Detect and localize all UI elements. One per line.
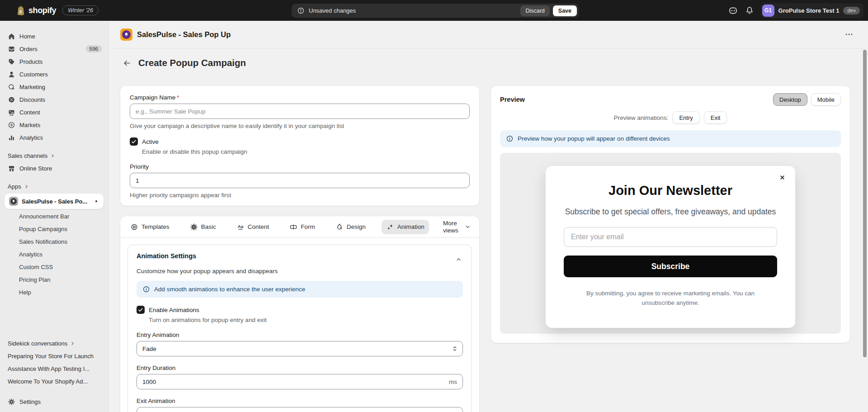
notifications-button[interactable] <box>742 3 757 18</box>
sidebar-item-label: Content <box>19 109 40 116</box>
tab-design[interactable]: Design <box>331 220 370 234</box>
sidebar-item-label: Discounts <box>19 96 45 103</box>
sidebar-item-salespulse-app[interactable]: SalesPulse - Sales Po... <box>5 194 104 209</box>
preview-exit-button[interactable]: Exit <box>704 111 727 124</box>
sidebar-item-label: Markets <box>19 122 40 128</box>
sidebar-item-label: Analytics <box>19 134 43 141</box>
sidebar: Home Orders 596 Products Customers Marke… <box>0 21 108 412</box>
popup-close-button[interactable] <box>777 172 788 183</box>
active-checkbox[interactable] <box>130 137 138 146</box>
conversation-item[interactable]: Welcome To Your Shopify Ad... <box>0 375 108 388</box>
back-button[interactable] <box>120 56 134 70</box>
discard-button[interactable]: Discard <box>520 5 549 16</box>
preview-entry-button[interactable]: Entry <box>672 111 699 124</box>
exit-animation-select[interactable] <box>137 407 463 412</box>
campaign-editor-card: Templates Basic Content Form Design Anim… <box>120 216 479 412</box>
campaign-name-help: Give your campaign a descriptive name to… <box>130 123 470 129</box>
sidebar-item-custom-css[interactable]: Custom CSS <box>0 260 108 273</box>
chevron-right-icon <box>24 184 29 189</box>
priority-input[interactable] <box>130 173 470 188</box>
priority-help: Higher priority campaigns appear first <box>130 192 470 199</box>
sidebar-item-home[interactable]: Home <box>0 30 108 43</box>
sidebar-item-discounts[interactable]: Discounts <box>0 93 108 106</box>
settings-label: Settings <box>19 398 41 405</box>
ellipsis-icon <box>844 30 854 39</box>
app-header: SalesPulse - Sales Pop Up <box>108 21 868 48</box>
sidekick-button[interactable] <box>726 3 741 18</box>
droplet-icon <box>335 223 344 231</box>
entry-animation-label: Entry Animation <box>137 331 463 338</box>
sidebar-item-pricing-plan[interactable]: Pricing Plan <box>0 273 108 286</box>
popup-subscribe-button[interactable]: Subscribe <box>564 256 777 277</box>
desktop-toggle-button[interactable]: Desktop <box>773 93 807 106</box>
enable-animations-help: Turn on animations for popup entry and e… <box>149 317 463 323</box>
enable-animations-label: Enable Animations <box>149 307 199 313</box>
popup-disclaimer: By submitting, you agree to receive mark… <box>576 289 764 308</box>
conversation-item[interactable]: Assistance With App Testing I... <box>0 362 108 375</box>
tab-templates[interactable]: Templates <box>126 220 174 234</box>
sales-channels-label: Sales channels <box>8 152 47 159</box>
sidebar-item-sales-notifications[interactable]: Sales Notifications <box>0 235 108 248</box>
animation-settings-header: Animation Settings <box>137 252 463 264</box>
sidebar-item-label: Online Store <box>19 165 52 172</box>
sidebar-item-announcement-bar[interactable]: Announcement Bar <box>0 210 108 223</box>
select-chevrons-icon <box>451 345 458 352</box>
entry-animation-select[interactable]: Fade <box>137 341 463 356</box>
banner-text: Add smooth animations to enhance the use… <box>154 286 305 293</box>
mobile-toggle-button[interactable]: Mobile <box>811 93 841 106</box>
sidebar-item-label: Customers <box>19 71 48 78</box>
close-icon <box>779 174 786 181</box>
preview-title: Preview <box>500 96 525 103</box>
enable-animations-row[interactable]: Enable Animations <box>137 306 463 314</box>
orders-count-badge: 596 <box>86 45 102 52</box>
sales-channels-header[interactable]: Sales channels <box>0 149 108 162</box>
tab-form[interactable]: Form <box>285 220 320 234</box>
storefront-icon <box>8 165 15 172</box>
sidebar-item-help[interactable]: Help <box>0 286 108 298</box>
active-checkbox-row[interactable]: Active <box>130 137 470 146</box>
bell-icon <box>745 6 754 15</box>
check-icon <box>137 307 144 313</box>
sidebar-item-online-store[interactable]: Online Store <box>0 162 108 175</box>
sidebar-item-analytics[interactable]: Analytics <box>0 131 108 144</box>
conversation-item[interactable]: Preparing Your Store For Launch <box>0 350 108 362</box>
tab-more-views[interactable]: More views <box>440 219 474 234</box>
scrollbar[interactable] <box>863 50 867 357</box>
account-menu[interactable]: G1 GroPulse Store Test 1 dev <box>761 3 863 18</box>
sidekick-icon <box>728 6 738 15</box>
sidebar-item-app-analytics[interactable]: Analytics <box>0 248 108 260</box>
animation-settings-subtitle: Customize how your popup appears and dis… <box>137 268 463 275</box>
shopify-logo[interactable]: shopify <box>15 5 56 16</box>
tab-animation[interactable]: Animation <box>382 220 429 234</box>
sidebar-item-markets[interactable]: Markets <box>0 118 108 131</box>
sidebar-item-popup-campaigns[interactable]: Popup Campaigns <box>0 223 108 235</box>
sidebar-item-products[interactable]: Products <box>0 55 108 68</box>
tab-basic[interactable]: Basic <box>185 220 221 234</box>
chevron-right-icon <box>70 341 75 346</box>
active-label: Active <box>142 138 159 145</box>
sidekick-conversations-header[interactable]: Sidekick conversations <box>0 337 108 350</box>
popup-email-input[interactable] <box>564 227 777 247</box>
campaign-name-input[interactable] <box>130 104 470 119</box>
sidebar-item-settings[interactable]: Settings <box>0 394 108 409</box>
save-button[interactable]: Save <box>553 5 577 16</box>
salespulse-app-label: SalesPulse - Sales Po... <box>22 198 87 205</box>
device-toggle: Desktop Mobile <box>773 93 841 106</box>
app-more-actions-button[interactable] <box>842 29 856 39</box>
target-icon <box>130 223 138 231</box>
tab-content[interactable]: Content <box>232 220 274 234</box>
topbar-right: G1 GroPulse Store Test 1 dev <box>726 0 863 21</box>
preview-info-banner: Preview how your popup will appear on di… <box>500 130 841 147</box>
apps-header[interactable]: Apps <box>0 180 108 193</box>
sidebar-item-content[interactable]: Content <box>0 106 108 118</box>
target-cursor-icon <box>8 83 15 91</box>
priority-label: Priority <box>130 163 470 170</box>
sidebar-item-marketing[interactable]: Marketing <box>0 81 108 93</box>
entry-duration-input[interactable] <box>137 374 463 389</box>
sidebar-item-customers[interactable]: Customers <box>0 68 108 81</box>
sidebar-item-orders[interactable]: Orders 596 <box>0 43 108 55</box>
collapse-section-button[interactable] <box>454 255 463 264</box>
sidebar-spacer <box>0 298 108 331</box>
enable-animations-checkbox[interactable] <box>137 306 145 314</box>
unsaved-changes-text: Unsaved changes <box>309 7 520 14</box>
